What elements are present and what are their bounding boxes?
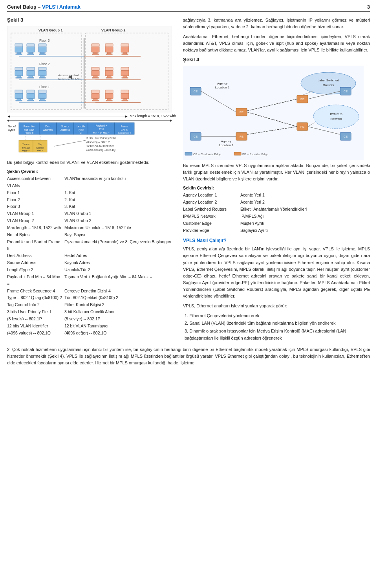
translation-val: Kaynak Adres: [64, 259, 176, 266]
svg-rect-11: [29, 52, 33, 54]
translation-val: Eşzamanlama eki (Preamble) ve 8. Çerçeve…: [64, 239, 176, 253]
svg-rect-7: [17, 52, 21, 54]
svg-point-142: [313, 105, 359, 129]
svg-rect-39: [27, 77, 34, 78]
svg-rect-14: [38, 47, 46, 52]
svg-text:3 bits User Priority Field: 3 bits User Priority Field: [86, 137, 115, 140]
svg-rect-33: [15, 70, 23, 76]
svg-rect-36: [15, 67, 23, 70]
translation-val: Acente Yeri 2: [240, 199, 370, 206]
translation-key: Source Address: [7, 259, 62, 266]
svg-text:Pad: Pad: [99, 128, 104, 130]
intro-para-2: Anahtarlamalı Ethernet, herhangi birinde…: [183, 33, 370, 53]
translation-row: Agency Location 1Acente Yeri 1: [183, 192, 370, 199]
svg-rect-75: [92, 90, 99, 93]
svg-rect-13: [27, 44, 35, 47]
svg-text:No. of: No. of: [8, 125, 16, 128]
translation-val: Taşınan Veri + Bağlantı Ayağı Min. = 64 …: [64, 274, 176, 288]
translation-key: Access control between VLANs: [7, 175, 62, 189]
translation-key: VLAN Group 1: [7, 210, 62, 217]
svg-rect-83: [121, 90, 129, 93]
svg-rect-50: [107, 76, 111, 77]
svg-rect-18: [92, 47, 99, 52]
svg-rect-55: [122, 77, 128, 78]
svg-text:Routers: Routers: [323, 83, 334, 87]
translation-key: Max length = 1518, 1522 with: [7, 224, 62, 232]
svg-rect-49: [105, 70, 113, 76]
svg-text:Access control: Access control: [58, 74, 79, 77]
svg-rect-53: [121, 70, 129, 76]
svg-text:Floor 2: Floor 2: [39, 62, 50, 66]
svg-rect-54: [123, 76, 127, 77]
max-length-label: Max length = 1518, 1522 with: [130, 114, 176, 118]
translation-row: Label Switched RoutersEtiketli Anahtarla…: [183, 206, 370, 213]
translation-val: Uzunluk/Tür 2: [64, 266, 176, 274]
vpls-list: 1. Ethernet Çerçevelerini yönlendirerek2…: [183, 312, 370, 342]
translation-row: (8 levels) -- 802.1P(8 seviye) -- 802.1P: [7, 316, 176, 323]
translation-val: Tür: 802.1Q etiket (0x8100) 2: [64, 294, 176, 301]
svg-rect-6: [15, 47, 23, 52]
translation-key: No. of Bytes: [7, 232, 62, 239]
svg-text:Network: Network: [330, 117, 342, 121]
svg-rect-37: [27, 70, 35, 76]
svg-text:PE = Provider Edge: PE = Provider Edge: [242, 153, 268, 156]
translation-row: Preamble and Start of Frame 8Eşzamanlama…: [7, 239, 176, 253]
main-content: Şekil 3 VLAN Group 1 VLAN Group 2 Floor …: [7, 17, 370, 342]
bottom-section: 2. Çok noktalı hizmetlerin uygulanması i…: [7, 346, 370, 366]
translation-val: 12 bit VLAN Tanımlayıcı: [64, 323, 176, 330]
svg-rect-20: [92, 54, 99, 55]
svg-rect-73: [93, 99, 97, 100]
svg-rect-81: [123, 99, 127, 100]
svg-rect-61: [17, 99, 21, 100]
svg-text:PE: PE: [240, 135, 243, 138]
svg-text:PE: PE: [240, 110, 243, 114]
intro-para-1: sağlayıcıyla 3. katmanda ara yüzlemez. S…: [183, 17, 370, 30]
translation-key: Frame Check Sequence 4: [7, 288, 62, 295]
svg-rect-46: [93, 76, 97, 77]
svg-text:between VLANs: between VLANs: [58, 77, 81, 81]
svg-text:Frame: Frame: [121, 125, 128, 128]
translation-val: Müşteri Ayrıtı: [240, 220, 370, 227]
svg-text:Floor 1: Floor 1: [39, 85, 50, 89]
svg-marker-98: [170, 119, 172, 122]
svg-rect-66: [27, 100, 34, 101]
svg-text:IP/MPLS: IP/MPLS: [330, 112, 342, 116]
svg-rect-71: [38, 90, 46, 93]
svg-text:Type: Type: [78, 129, 84, 132]
translation-val: Acente Yeri 1: [240, 192, 370, 199]
svg-rect-35: [16, 77, 22, 78]
svg-rect-69: [40, 99, 44, 100]
translation-val: Etiket Kontrol Bilgisi 2: [64, 301, 176, 309]
translation-row: Dest AddressHedef Adres: [7, 252, 176, 259]
translation-key: Length/Type 2: [7, 266, 62, 274]
svg-rect-27: [123, 52, 127, 54]
svg-rect-72: [92, 93, 99, 99]
svg-text:Preamble: Preamble: [24, 125, 35, 128]
svg-rect-22: [105, 47, 113, 52]
svg-text:Agency: Agency: [221, 140, 232, 143]
svg-rect-64: [27, 93, 35, 99]
translation-val: Sağlayıcı Ayrıtı: [240, 227, 370, 234]
translation-key: Preamble and Start of Frame 8: [7, 239, 62, 253]
left-column: Şekil 3 VLAN Group 1 VLAN Group 2 Floor …: [7, 17, 176, 342]
figure4-diagram: Label Switched Routers IP/MPLS Network A…: [183, 66, 364, 160]
svg-text:CE = Customer Edge: CE = Customer Edge: [193, 153, 221, 156]
svg-rect-16: [39, 54, 46, 55]
svg-rect-8: [16, 54, 22, 55]
svg-text:VLAN Group 2: VLAN Group 2: [101, 28, 126, 32]
translation-val: Hedef Adres: [64, 252, 176, 259]
translation-key: Tag Control Info 2: [7, 301, 62, 309]
svg-rect-19: [93, 52, 97, 54]
svg-text:Address: Address: [60, 129, 70, 131]
svg-text:Type =: Type =: [22, 143, 30, 145]
translation-row: Customer EdgeMüşteri Ayrıtı: [183, 220, 370, 227]
translations-table: Access control between VLANsVLAN'lar ara…: [7, 175, 176, 336]
svg-text:Agency: Agency: [217, 82, 228, 85]
svg-rect-63: [15, 90, 23, 93]
translation-key: Type = 802.1Q tag (0x8100) 2: [7, 294, 62, 301]
svg-rect-78: [106, 100, 112, 101]
vpls-list-item: 1. Ethernet Çerçevelerini yönlendirerek: [185, 312, 370, 320]
translation-key: (4096 values) -- 802.1Q: [7, 330, 62, 337]
translation-val: Maksimum Uzunluk = 1518, 1522 ile: [64, 224, 176, 232]
translation-key: Floor 3: [7, 203, 62, 210]
